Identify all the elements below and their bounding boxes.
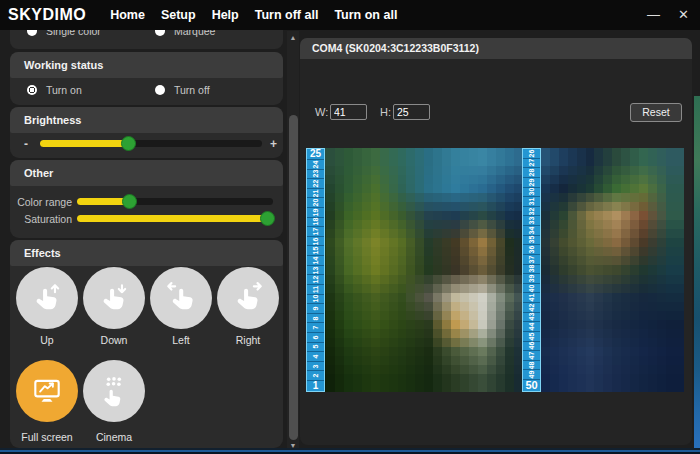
led-cell: 4 bbox=[307, 351, 324, 361]
led-cell: 22 bbox=[307, 178, 324, 188]
width-label: W: bbox=[315, 106, 328, 118]
device-header: COM4 (SK0204:3C12233B0F3112) bbox=[300, 38, 692, 59]
working-status-title: Working status bbox=[10, 52, 283, 78]
monitor-graph-icon bbox=[30, 374, 64, 408]
effect-right-label: Right bbox=[208, 334, 288, 346]
radio-turn-on[interactable]: Turn on bbox=[27, 84, 82, 96]
reset-button[interactable]: Reset bbox=[630, 103, 682, 122]
hand-swipe-down-icon bbox=[97, 281, 131, 315]
color-range-slider-thumb[interactable] bbox=[122, 194, 137, 209]
effect-up-button[interactable] bbox=[16, 267, 78, 329]
saturation-slider-thumb[interactable] bbox=[260, 211, 275, 226]
mode-options-row: Single color Marquee bbox=[10, 30, 283, 41]
menu-turn-on-all[interactable]: Turn on all bbox=[326, 8, 405, 22]
effect-left-button[interactable] bbox=[150, 267, 212, 329]
led-strip-left: 2524232221201918171615141312111098765432… bbox=[306, 148, 325, 392]
hand-swipe-up-icon bbox=[30, 281, 64, 315]
radio-dot bbox=[155, 85, 165, 95]
menu-home[interactable]: Home bbox=[102, 8, 153, 22]
led-cell: 7 bbox=[307, 322, 324, 332]
screen-edge-bottom bbox=[0, 448, 700, 454]
led-cell: 30 bbox=[523, 187, 540, 197]
radio-dot bbox=[155, 30, 165, 36]
led-cell: 26 bbox=[523, 149, 540, 158]
led-cell: 28 bbox=[523, 167, 540, 177]
minimize-icon[interactable]: — bbox=[644, 0, 663, 30]
led-cell: 38 bbox=[523, 264, 540, 274]
height-label: H: bbox=[380, 106, 391, 118]
other-title: Other bbox=[10, 160, 283, 186]
led-cell: 25 bbox=[307, 149, 324, 159]
radio-label: Marquee bbox=[174, 30, 215, 37]
led-cell: 16 bbox=[307, 236, 324, 246]
main-menu: Home Setup Help Turn off all Turn on all bbox=[102, 8, 405, 22]
led-cell: 41 bbox=[523, 292, 540, 302]
led-cell: 50 bbox=[523, 379, 540, 391]
menu-setup[interactable]: Setup bbox=[153, 8, 204, 22]
led-cell: 46 bbox=[523, 341, 540, 351]
led-cell: 1 bbox=[307, 380, 324, 391]
effect-down-button[interactable] bbox=[83, 267, 145, 329]
led-cell: 36 bbox=[523, 244, 540, 254]
led-cell: 17 bbox=[307, 226, 324, 236]
color-range-slider[interactable] bbox=[77, 198, 273, 205]
brightness-minus-button[interactable]: - bbox=[24, 137, 28, 151]
brightness-title: Brightness bbox=[10, 107, 283, 133]
hand-buttons-icon bbox=[97, 374, 131, 408]
led-cell: 29 bbox=[523, 177, 540, 187]
led-cell: 11 bbox=[307, 284, 324, 294]
led-cell: 45 bbox=[523, 331, 540, 341]
close-icon[interactable]: ✕ bbox=[675, 0, 692, 30]
scrollbar-thumb[interactable] bbox=[289, 115, 298, 440]
led-cell: 2 bbox=[307, 370, 324, 380]
radio-marquee[interactable]: Marquee bbox=[155, 30, 215, 37]
hand-swipe-right-icon bbox=[231, 281, 265, 315]
brightness-slider-thumb[interactable] bbox=[121, 136, 136, 151]
color-range-label: Color range bbox=[16, 196, 72, 208]
led-cell: 3 bbox=[307, 361, 324, 371]
effect-cinema-label: Cinema bbox=[74, 431, 154, 443]
height-input[interactable] bbox=[393, 104, 430, 120]
led-cell: 8 bbox=[307, 313, 324, 323]
led-cell: 33 bbox=[523, 215, 540, 225]
effect-fullscreen-button[interactable] bbox=[16, 360, 78, 422]
brightness-slider[interactable] bbox=[40, 140, 262, 147]
saturation-slider[interactable] bbox=[77, 215, 273, 222]
scroll-up-icon[interactable]: ▲ bbox=[287, 34, 299, 41]
left-panel-scrollbar[interactable]: ▲ ▼ bbox=[287, 31, 299, 452]
led-cell: 27 bbox=[523, 158, 540, 168]
led-cell: 9 bbox=[307, 303, 324, 313]
effect-right-button[interactable] bbox=[217, 267, 279, 329]
led-cell: 42 bbox=[523, 302, 540, 312]
app-logo: SKYDIMO bbox=[8, 6, 86, 24]
screen-edge-right bbox=[694, 96, 700, 454]
mode-card-clipped: Single color Marquee bbox=[10, 30, 283, 49]
led-cell: 44 bbox=[523, 321, 540, 331]
led-cell: 6 bbox=[307, 332, 324, 342]
working-status-card: Working status Turn on Turn off bbox=[10, 52, 283, 105]
device-panel: COM4 (SK0204:3C12233B0F3112) W: H: Reset… bbox=[300, 38, 692, 445]
led-cell: 18 bbox=[307, 217, 324, 227]
led-cell: 32 bbox=[523, 206, 540, 216]
led-cell: 23 bbox=[307, 169, 324, 179]
radio-label: Turn on bbox=[46, 84, 82, 96]
led-cell: 24 bbox=[307, 159, 324, 169]
led-cell: 43 bbox=[523, 312, 540, 322]
menu-turn-off-all[interactable]: Turn off all bbox=[247, 8, 327, 22]
brightness-card: Brightness - + bbox=[10, 107, 283, 158]
brightness-plus-button[interactable]: + bbox=[270, 137, 277, 151]
radio-dot bbox=[27, 30, 37, 36]
title-bar: SKYDIMO Home Setup Help Turn off all Tur… bbox=[0, 0, 700, 30]
effect-cinema-button[interactable] bbox=[83, 360, 145, 422]
radio-label: Turn off bbox=[174, 84, 210, 96]
saturation-slider-fill bbox=[77, 215, 267, 222]
width-input[interactable] bbox=[330, 104, 367, 120]
led-strip-right: 2627282930313233343536373839404142434445… bbox=[522, 148, 541, 392]
led-cell: 40 bbox=[523, 283, 540, 293]
radio-turn-off[interactable]: Turn off bbox=[155, 84, 210, 96]
menu-help[interactable]: Help bbox=[204, 8, 247, 22]
radio-dot-selected bbox=[27, 85, 37, 95]
radio-single-color[interactable]: Single color bbox=[27, 30, 101, 37]
saturation-label: Saturation bbox=[16, 213, 72, 225]
led-cell: 34 bbox=[523, 225, 540, 235]
